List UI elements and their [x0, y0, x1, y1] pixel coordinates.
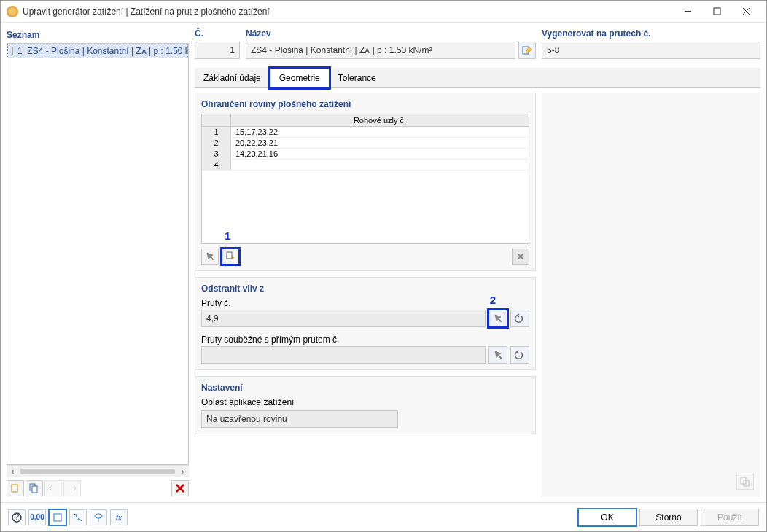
function-button[interactable]: fx [110, 509, 128, 525]
minimize-button[interactable] [673, 1, 702, 23]
name-edit-button[interactable] [518, 42, 536, 59]
copy-item-button[interactable] [26, 480, 43, 496]
tab-tolerance[interactable]: Tolerance [330, 68, 385, 87]
view-button[interactable] [90, 509, 107, 525]
svg-rect-10 [227, 252, 232, 259]
table-row[interactable]: 4 [202, 160, 529, 171]
list-item-number: 1 [17, 46, 23, 56]
precision-button[interactable]: 0,00 [28, 509, 46, 525]
list-title: Seznam [7, 28, 189, 43]
number-label: Č. [195, 28, 240, 42]
boundary-title: Ohraničení roviny plošného zatížení [201, 99, 529, 109]
tab-basic[interactable]: Základní údaje [195, 68, 270, 87]
svg-line-18 [74, 513, 76, 515]
ok-button[interactable]: OK [578, 509, 636, 526]
svg-point-19 [95, 514, 102, 518]
clear-parallel-button[interactable] [510, 346, 529, 364]
tab-geometry[interactable]: Geometrie [270, 68, 330, 88]
window-title: Upravit generátor zatížení | Zatížení na… [23, 7, 673, 17]
titlebar: Upravit generátor zatížení | Zatížení na… [1, 1, 766, 23]
table-row[interactable]: 115,17,23,22 [202, 127, 529, 138]
area-field[interactable]: Na uzavřenou rovinu [201, 410, 398, 428]
delete-button[interactable] [171, 480, 189, 496]
new-item-button[interactable] [7, 480, 24, 496]
pick-parallel-button[interactable] [488, 346, 507, 364]
annotation-2: 2 [490, 294, 496, 306]
tab-bar: Základní údaje Geometrie Tolerance [195, 68, 760, 88]
annotation-1: 1 [225, 230, 230, 242]
svg-text:?: ? [15, 512, 20, 522]
parallel-label: Pruty souběžné s přímým prutem č. [201, 335, 529, 345]
help-button[interactable]: ? [8, 509, 26, 525]
pick-mode-button[interactable] [69, 509, 87, 525]
pick-members-button[interactable] [488, 310, 507, 327]
svg-rect-6 [32, 486, 37, 493]
grid-header-nodes: Rohové uzly č. [231, 114, 529, 126]
toolbar-button-4 [63, 480, 81, 496]
scroll-right-arrow[interactable]: › [176, 466, 189, 478]
table-row[interactable]: 314,20,21,16 [202, 149, 529, 160]
remove-effect-title: Odstranit vliv z [201, 283, 529, 294]
close-button[interactable] [731, 1, 760, 23]
generate-on-field[interactable]: 5-8 [542, 42, 760, 59]
list-item-icon [12, 47, 13, 55]
parallel-field[interactable] [201, 346, 486, 364]
members-label: Pruty č. [201, 298, 529, 308]
corner-nodes-grid[interactable]: Rohové uzly č. 115,17,23,22 220,22,23,21… [201, 114, 529, 244]
app-icon [7, 6, 18, 17]
scroll-left-arrow[interactable]: ‹ [7, 466, 19, 478]
clear-members-button[interactable] [510, 310, 529, 327]
apply-button[interactable]: Použít [701, 509, 759, 526]
preview-action-button[interactable] [736, 474, 754, 490]
toolbar-button-3 [44, 480, 62, 496]
number-field[interactable]: 1 [195, 42, 240, 59]
boundary-group: Ohraničení roviny plošného zatížení Roho… [195, 93, 536, 271]
list-item-label: ZS4 - Plošina | Konstantní | Zᴀ | p : 1.… [27, 46, 189, 56]
graphics-button[interactable] [49, 509, 66, 525]
settings-group: Nastavení Oblast aplikace zatížení Na uz… [195, 376, 536, 434]
members-field[interactable]: 4,9 [201, 310, 486, 327]
maximize-button[interactable] [702, 1, 731, 23]
svg-rect-17 [54, 514, 61, 521]
from-clipboard-button[interactable] [222, 249, 239, 265]
scroll-thumb[interactable] [20, 469, 175, 474]
footer: ? 0,00 fx OK Storno Použít [1, 502, 766, 531]
settings-title: Nastavení [201, 383, 529, 393]
cancel-button[interactable]: Storno [639, 509, 698, 526]
remove-row-button[interactable] [512, 249, 529, 265]
table-row[interactable]: 220,22,23,21 [202, 138, 529, 149]
name-field[interactable]: ZS4 - Plošina | Konstantní | Zᴀ | p : 1.… [246, 42, 515, 59]
list-item[interactable]: 1 ZS4 - Plošina | Konstantní | Zᴀ | p : … [7, 44, 188, 58]
preview-panel [542, 93, 760, 496]
svg-rect-4 [12, 485, 17, 492]
list-horizontal-scrollbar[interactable]: ‹ › [7, 465, 189, 477]
list-box[interactable]: 1 ZS4 - Plošina | Konstantní | Zᴀ | p : … [7, 43, 189, 465]
generate-on-label: Vygenerovat na prutech č. [542, 28, 760, 42]
pick-nodes-button[interactable] [201, 249, 219, 265]
remove-effect-group: Odstranit vliv z Pruty č. 2 4,9 Pruty so… [195, 277, 536, 370]
name-label: Název [246, 28, 536, 42]
area-label: Oblast aplikace zatížení [201, 397, 529, 407]
svg-rect-1 [714, 8, 720, 15]
